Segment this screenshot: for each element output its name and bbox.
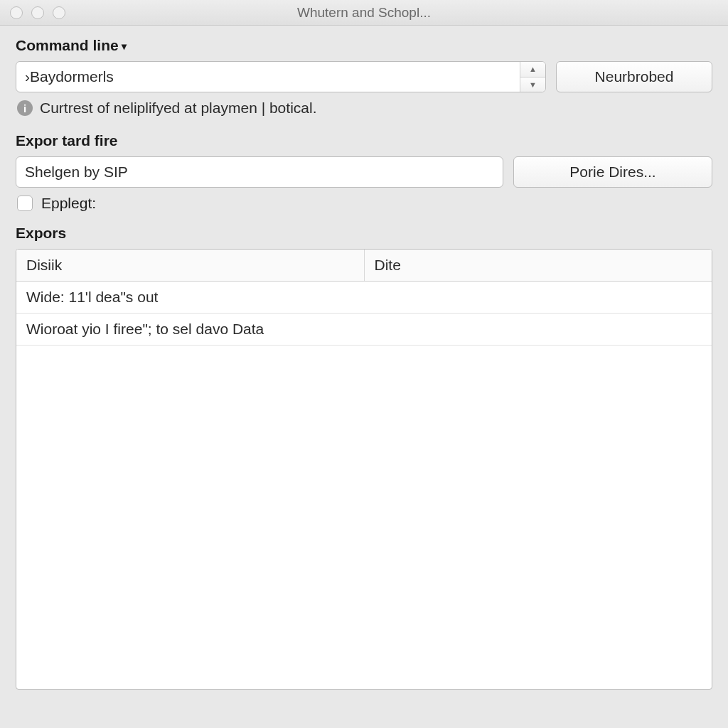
table-row[interactable]: Wioroat yio I firee"; to sel davo Data — [16, 314, 712, 346]
dialog-content: Command line ▾ ▲ ▼ Neurbrobed i Curtrest… — [0, 26, 728, 690]
export-checkbox-row: Epplegt: — [17, 195, 712, 212]
exports-table-wrap: Disiik Dite Wide: 11'l dea"s out Wioroat… — [16, 249, 712, 690]
exports-label: Expors — [16, 225, 712, 242]
table-header-row: Disiik Dite — [16, 250, 712, 282]
close-window-button[interactable] — [10, 6, 23, 19]
stepper-up-icon[interactable]: ▲ — [520, 62, 545, 77]
export-file-input[interactable] — [16, 156, 503, 188]
command-line-label[interactable]: Command line ▾ — [16, 37, 127, 54]
window-title: Whutern and Schopl... — [0, 5, 728, 21]
table-cell — [364, 282, 712, 314]
export-checkbox[interactable] — [17, 196, 33, 211]
zoom-window-button[interactable] — [53, 6, 65, 19]
command-line-stepper[interactable]: ▲ ▼ — [520, 62, 545, 92]
export-file-label: Expor tard fire — [16, 132, 712, 149]
command-info-row: i Curtrest of neliplifyed at playmen | b… — [17, 100, 712, 117]
stepper-down-icon[interactable]: ▼ — [520, 77, 545, 92]
table-cell — [364, 314, 712, 346]
command-line-combobox[interactable]: ▲ ▼ — [16, 61, 546, 92]
browse-button[interactable]: Porie Dires... — [513, 156, 712, 188]
command-action-button-label: Neurbrobed — [595, 68, 674, 85]
table-header-col-2[interactable]: Dite — [364, 250, 712, 282]
table-cell: Wioroat yio I firee"; to sel davo Data — [16, 314, 364, 346]
command-line-label-text: Command line — [16, 37, 119, 54]
export-checkbox-label: Epplegt: — [41, 195, 96, 212]
exports-table[interactable]: Disiik Dite Wide: 11'l dea"s out Wioroat… — [16, 250, 712, 346]
command-action-button[interactable]: Neurbrobed — [556, 61, 712, 92]
window-controls — [0, 6, 65, 19]
table-row[interactable]: Wide: 11'l dea"s out — [16, 282, 712, 314]
chevron-down-icon: ▾ — [122, 41, 127, 52]
command-info-text: Curtrest of neliplifyed at playmen | bot… — [40, 100, 316, 117]
titlebar: Whutern and Schopl... — [0, 0, 728, 26]
browse-button-label: Porie Dires... — [569, 164, 655, 181]
minimize-window-button[interactable] — [31, 6, 44, 19]
command-line-input[interactable] — [16, 68, 520, 85]
table-header-col-1[interactable]: Disiik — [16, 250, 364, 282]
info-icon: i — [17, 100, 33, 116]
table-cell: Wide: 11'l dea"s out — [16, 282, 364, 314]
